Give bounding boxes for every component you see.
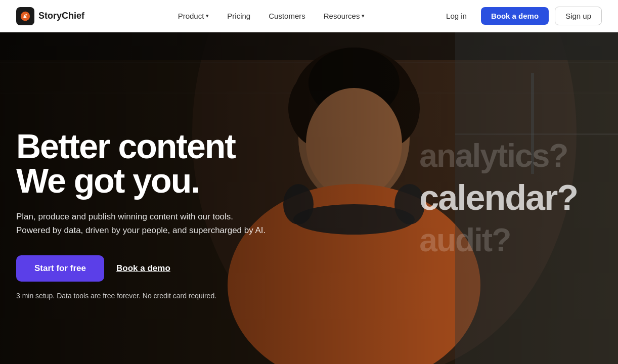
- start-free-button[interactable]: Start for free: [16, 255, 104, 282]
- hero-cta-group: Start for free Book a demo: [16, 255, 266, 282]
- hero-title: Better content We got you.: [16, 129, 266, 198]
- hero-subtitle: Plan, produce and publish winning conten…: [16, 210, 266, 237]
- nav-product[interactable]: Product ▾: [170, 8, 217, 24]
- product-chevron-icon: ▾: [206, 13, 209, 19]
- hero-content: Better content We got you. Plan, produce…: [0, 97, 266, 300]
- svg-point-1: [25, 14, 27, 16]
- hero-title-line1: Better content: [16, 129, 266, 163]
- hero-note: 3 min setup. Data tools are free forever…: [16, 292, 266, 300]
- book-demo-nav-button[interactable]: Book a demo: [481, 7, 549, 25]
- nav-pricing[interactable]: Pricing: [219, 8, 258, 24]
- hero-title-line2: We got you.: [16, 163, 266, 198]
- logo-icon: [16, 7, 34, 25]
- nav-brand: StoryChief: [16, 7, 84, 25]
- nav-links: Product ▾ Pricing Customers Resources ▾: [170, 8, 373, 24]
- navbar: StoryChief Product ▾ Pricing Customers R…: [0, 0, 618, 32]
- nav-actions: Log in Book a demo Sign up: [438, 7, 602, 25]
- signup-button[interactable]: Sign up: [555, 7, 602, 25]
- logo-text: StoryChief: [38, 11, 84, 21]
- hero-section: analytics? calendar? audit? Better conte…: [0, 32, 618, 364]
- resources-chevron-icon: ▾: [362, 13, 365, 19]
- nav-resources[interactable]: Resources ▾: [316, 8, 373, 24]
- book-demo-hero-button[interactable]: Book a demo: [116, 263, 170, 274]
- nav-customers[interactable]: Customers: [260, 8, 314, 24]
- login-button[interactable]: Log in: [438, 8, 475, 24]
